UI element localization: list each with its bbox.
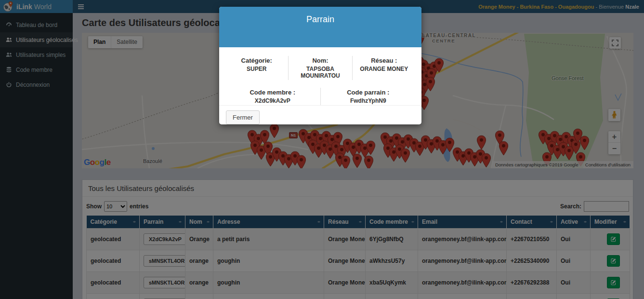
modal-field-nom: Nom:TAPSOBA MOUNIRATOU [289, 56, 352, 80]
modal-field-code-membre: Code membre :X2dC9kA2vP [225, 88, 321, 105]
modal-field-reseau: Réseau :ORANGE MONEY [353, 56, 416, 80]
modal-title: Parrain [219, 7, 421, 47]
parrain-modal: Parrain Catégorie:SUPERNom:TAPSOBA MOUNI… [219, 7, 421, 124]
fermer-button[interactable]: Fermer [226, 110, 260, 124]
modal-field-code-parrain: Code parrain :FwdhzYphN9 [321, 88, 416, 105]
modal-field-categorie: Catégorie:SUPER [225, 56, 289, 80]
app-root: iLinkWorld Orange Money - Burkina Faso -… [0, 0, 644, 299]
